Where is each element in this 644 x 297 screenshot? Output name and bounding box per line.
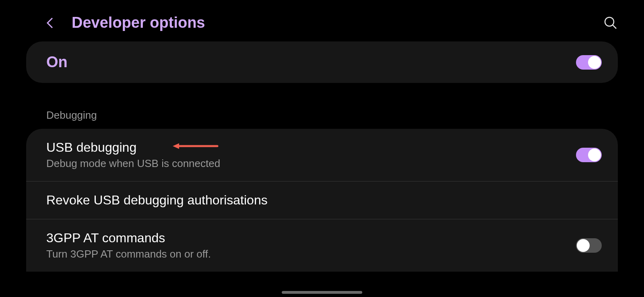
3gpp-toggle[interactable] xyxy=(576,238,602,253)
toggle-knob xyxy=(588,148,601,161)
setting-revoke-usb-auth[interactable]: Revoke USB debugging authorisations xyxy=(26,182,618,219)
setting-usb-debugging[interactable]: USB debugging Debug mode when USB is con… xyxy=(26,129,618,182)
svg-point-0 xyxy=(605,17,614,26)
settings-list: USB debugging Debug mode when USB is con… xyxy=(26,129,618,272)
nav-bar-handle[interactable] xyxy=(282,291,362,294)
setting-title: 3GPP AT commands xyxy=(46,231,211,245)
page-title: Developer options xyxy=(72,14,205,31)
setting-3gpp-at-commands[interactable]: 3GPP AT commands Turn 3GPP AT commands o… xyxy=(26,219,618,272)
section-header-debugging: Debugging xyxy=(0,83,644,129)
arrow-annotation-icon xyxy=(171,142,219,150)
setting-title: Revoke USB debugging authorisations xyxy=(46,193,268,208)
setting-content: 3GPP AT commands Turn 3GPP AT commands o… xyxy=(46,231,211,260)
header-bar: Developer options xyxy=(0,0,644,39)
main-toggle-label: On xyxy=(46,54,68,71)
svg-line-1 xyxy=(613,25,616,29)
header-left-group: Developer options xyxy=(44,14,205,31)
setting-desc: Turn 3GPP AT commands on or off. xyxy=(46,248,211,260)
main-toggle-switch[interactable] xyxy=(576,55,602,70)
setting-content: Revoke USB debugging authorisations xyxy=(46,193,268,208)
setting-desc: Debug mode when USB is connected xyxy=(46,157,220,170)
usb-debugging-toggle[interactable] xyxy=(576,148,602,162)
back-icon[interactable] xyxy=(44,17,56,29)
toggle-knob xyxy=(577,239,590,252)
svg-marker-3 xyxy=(173,143,179,149)
search-icon[interactable] xyxy=(603,16,618,30)
main-toggle-card[interactable]: On xyxy=(26,41,618,83)
toggle-knob xyxy=(588,56,601,69)
